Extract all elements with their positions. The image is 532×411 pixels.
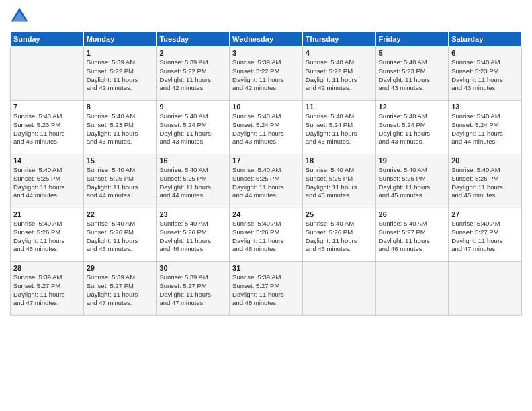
day-number: 26 bbox=[379, 210, 446, 218]
day-number: 12 bbox=[379, 103, 446, 111]
calendar-cell: 26Sunrise: 5:40 AM Sunset: 5:27 PM Dayli… bbox=[375, 208, 449, 262]
calendar-cell: 3Sunrise: 5:39 AM Sunset: 5:22 PM Daylig… bbox=[230, 47, 303, 101]
day-number: 20 bbox=[451, 156, 519, 165]
day-number: 21 bbox=[13, 210, 81, 218]
day-info: Sunrise: 5:40 AM Sunset: 5:24 PM Dayligh… bbox=[451, 112, 519, 146]
day-info: Sunrise: 5:39 AM Sunset: 5:22 PM Dayligh… bbox=[232, 58, 300, 93]
day-number: 6 bbox=[451, 49, 519, 57]
calendar: SundayMondayTuesdayWednesdayThursdayFrid… bbox=[10, 31, 522, 316]
header bbox=[10, 7, 522, 26]
day-number: 1 bbox=[87, 49, 154, 57]
calendar-cell bbox=[302, 262, 375, 316]
calendar-cell bbox=[375, 262, 449, 316]
calendar-cell: 27Sunrise: 5:40 AM Sunset: 5:27 PM Dayli… bbox=[449, 208, 522, 262]
calendar-cell: 8Sunrise: 5:40 AM Sunset: 5:23 PM Daylig… bbox=[83, 101, 157, 154]
weekday-header: Friday bbox=[375, 32, 449, 47]
day-number: 24 bbox=[232, 210, 300, 218]
logo bbox=[10, 7, 32, 26]
day-info: Sunrise: 5:40 AM Sunset: 5:27 PM Dayligh… bbox=[451, 220, 519, 254]
calendar-body: 1Sunrise: 5:39 AM Sunset: 5:22 PM Daylig… bbox=[11, 47, 522, 316]
calendar-cell: 13Sunrise: 5:40 AM Sunset: 5:24 PM Dayli… bbox=[449, 101, 522, 154]
day-number: 9 bbox=[159, 103, 226, 111]
day-number: 14 bbox=[13, 156, 81, 165]
day-info: Sunrise: 5:40 AM Sunset: 5:25 PM Dayligh… bbox=[159, 166, 226, 200]
day-number: 5 bbox=[379, 49, 446, 57]
day-info: Sunrise: 5:40 AM Sunset: 5:27 PM Dayligh… bbox=[379, 220, 446, 254]
day-info: Sunrise: 5:40 AM Sunset: 5:22 PM Dayligh… bbox=[306, 58, 373, 93]
calendar-cell: 1Sunrise: 5:39 AM Sunset: 5:22 PM Daylig… bbox=[83, 47, 157, 101]
day-info: Sunrise: 5:40 AM Sunset: 5:26 PM Dayligh… bbox=[306, 220, 373, 254]
page: SundayMondayTuesdayWednesdayThursdayFrid… bbox=[0, 0, 532, 411]
day-info: Sunrise: 5:40 AM Sunset: 5:24 PM Dayligh… bbox=[306, 112, 373, 146]
day-number: 30 bbox=[159, 264, 226, 272]
day-number: 8 bbox=[87, 103, 154, 111]
day-info: Sunrise: 5:40 AM Sunset: 5:26 PM Dayligh… bbox=[379, 166, 446, 200]
week-row: 14Sunrise: 5:40 AM Sunset: 5:25 PM Dayli… bbox=[11, 154, 522, 208]
day-number: 18 bbox=[306, 156, 373, 165]
calendar-cell: 29Sunrise: 5:39 AM Sunset: 5:27 PM Dayli… bbox=[83, 262, 157, 316]
day-number: 10 bbox=[232, 103, 300, 111]
day-info: Sunrise: 5:40 AM Sunset: 5:25 PM Dayligh… bbox=[306, 166, 373, 200]
calendar-cell: 15Sunrise: 5:40 AM Sunset: 5:25 PM Dayli… bbox=[83, 154, 157, 208]
calendar-cell: 18Sunrise: 5:40 AM Sunset: 5:25 PM Dayli… bbox=[302, 154, 375, 208]
day-info: Sunrise: 5:40 AM Sunset: 5:23 PM Dayligh… bbox=[451, 58, 519, 93]
day-number: 27 bbox=[451, 210, 519, 218]
day-number: 25 bbox=[306, 210, 373, 218]
day-info: Sunrise: 5:40 AM Sunset: 5:24 PM Dayligh… bbox=[379, 112, 446, 146]
calendar-cell: 23Sunrise: 5:40 AM Sunset: 5:26 PM Dayli… bbox=[157, 208, 230, 262]
day-number: 11 bbox=[306, 103, 373, 111]
calendar-cell: 2Sunrise: 5:39 AM Sunset: 5:22 PM Daylig… bbox=[157, 47, 230, 101]
week-row: 7Sunrise: 5:40 AM Sunset: 5:23 PM Daylig… bbox=[11, 101, 522, 154]
calendar-cell: 14Sunrise: 5:40 AM Sunset: 5:25 PM Dayli… bbox=[11, 154, 84, 208]
calendar-cell: 12Sunrise: 5:40 AM Sunset: 5:24 PM Dayli… bbox=[375, 101, 449, 154]
weekday-header: Thursday bbox=[302, 32, 375, 47]
day-info: Sunrise: 5:40 AM Sunset: 5:26 PM Dayligh… bbox=[232, 220, 300, 254]
calendar-cell: 6Sunrise: 5:40 AM Sunset: 5:23 PM Daylig… bbox=[449, 47, 522, 101]
day-info: Sunrise: 5:39 AM Sunset: 5:22 PM Dayligh… bbox=[159, 58, 226, 93]
day-number: 16 bbox=[159, 156, 226, 165]
day-info: Sunrise: 5:40 AM Sunset: 5:26 PM Dayligh… bbox=[451, 166, 519, 200]
calendar-cell: 10Sunrise: 5:40 AM Sunset: 5:24 PM Dayli… bbox=[230, 101, 303, 154]
day-number: 3 bbox=[232, 49, 300, 57]
day-info: Sunrise: 5:40 AM Sunset: 5:23 PM Dayligh… bbox=[87, 112, 154, 146]
weekday-header: Tuesday bbox=[157, 32, 230, 47]
calendar-cell: 19Sunrise: 5:40 AM Sunset: 5:26 PM Dayli… bbox=[375, 154, 449, 208]
day-number: 2 bbox=[159, 49, 226, 57]
calendar-cell: 7Sunrise: 5:40 AM Sunset: 5:23 PM Daylig… bbox=[11, 101, 84, 154]
day-info: Sunrise: 5:39 AM Sunset: 5:27 PM Dayligh… bbox=[13, 273, 81, 308]
calendar-header: SundayMondayTuesdayWednesdayThursdayFrid… bbox=[11, 32, 522, 47]
calendar-cell: 4Sunrise: 5:40 AM Sunset: 5:22 PM Daylig… bbox=[302, 47, 375, 101]
day-info: Sunrise: 5:40 AM Sunset: 5:23 PM Dayligh… bbox=[379, 58, 446, 93]
day-info: Sunrise: 5:40 AM Sunset: 5:25 PM Dayligh… bbox=[87, 166, 154, 200]
calendar-cell: 17Sunrise: 5:40 AM Sunset: 5:25 PM Dayli… bbox=[230, 154, 303, 208]
weekday-row: SundayMondayTuesdayWednesdayThursdayFrid… bbox=[11, 32, 522, 47]
calendar-cell: 24Sunrise: 5:40 AM Sunset: 5:26 PM Dayli… bbox=[230, 208, 303, 262]
day-number: 4 bbox=[306, 49, 373, 57]
day-number: 28 bbox=[13, 264, 81, 272]
day-info: Sunrise: 5:40 AM Sunset: 5:24 PM Dayligh… bbox=[232, 112, 300, 146]
calendar-cell: 22Sunrise: 5:40 AM Sunset: 5:26 PM Dayli… bbox=[83, 208, 157, 262]
day-info: Sunrise: 5:40 AM Sunset: 5:26 PM Dayligh… bbox=[159, 220, 226, 254]
week-row: 21Sunrise: 5:40 AM Sunset: 5:26 PM Dayli… bbox=[11, 208, 522, 262]
day-info: Sunrise: 5:39 AM Sunset: 5:27 PM Dayligh… bbox=[87, 273, 154, 308]
day-info: Sunrise: 5:39 AM Sunset: 5:27 PM Dayligh… bbox=[232, 273, 300, 308]
weekday-header: Wednesday bbox=[230, 32, 303, 47]
calendar-cell: 31Sunrise: 5:39 AM Sunset: 5:27 PM Dayli… bbox=[230, 262, 303, 316]
day-info: Sunrise: 5:39 AM Sunset: 5:27 PM Dayligh… bbox=[159, 273, 226, 308]
day-number: 7 bbox=[13, 103, 81, 111]
day-number: 31 bbox=[232, 264, 300, 272]
calendar-cell: 30Sunrise: 5:39 AM Sunset: 5:27 PM Dayli… bbox=[157, 262, 230, 316]
calendar-cell bbox=[11, 47, 84, 101]
day-info: Sunrise: 5:40 AM Sunset: 5:26 PM Dayligh… bbox=[87, 220, 154, 254]
day-number: 15 bbox=[87, 156, 154, 165]
calendar-cell: 5Sunrise: 5:40 AM Sunset: 5:23 PM Daylig… bbox=[375, 47, 449, 101]
day-number: 13 bbox=[451, 103, 519, 111]
calendar-cell: 9Sunrise: 5:40 AM Sunset: 5:24 PM Daylig… bbox=[157, 101, 230, 154]
calendar-cell: 11Sunrise: 5:40 AM Sunset: 5:24 PM Dayli… bbox=[302, 101, 375, 154]
day-info: Sunrise: 5:40 AM Sunset: 5:23 PM Dayligh… bbox=[13, 112, 81, 146]
calendar-cell: 16Sunrise: 5:40 AM Sunset: 5:25 PM Dayli… bbox=[157, 154, 230, 208]
day-info: Sunrise: 5:40 AM Sunset: 5:26 PM Dayligh… bbox=[13, 220, 81, 254]
day-number: 17 bbox=[232, 156, 300, 165]
calendar-cell bbox=[449, 262, 522, 316]
logo-icon bbox=[10, 7, 29, 26]
